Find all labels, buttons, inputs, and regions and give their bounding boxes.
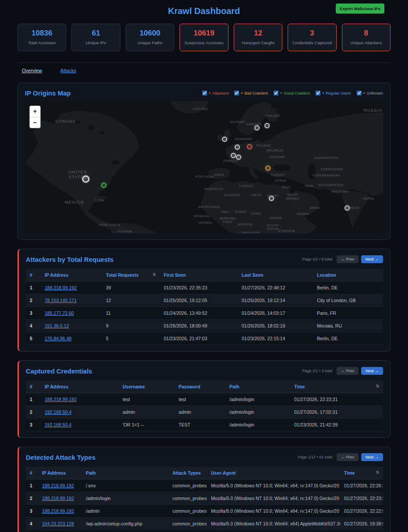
map-legend: •Attackers•Bad Crawlers•Good Crawlers•Re… (202, 91, 383, 95)
legend-checkbox[interactable] (316, 91, 320, 95)
next-page-button[interactable]: Next → (361, 255, 383, 263)
bad-marker[interactable] (265, 166, 271, 171)
stat-value: 10836 (20, 29, 64, 38)
table-cell: 01/27/2026, 19:38:59 (340, 518, 383, 530)
table-cell: /admin (82, 505, 169, 518)
column-header[interactable]: Time⇅ (340, 467, 383, 479)
ip-link[interactable]: 188.218.99.192 (42, 508, 74, 514)
ip-link[interactable]: 176.84.96.48 (45, 336, 71, 341)
column-header[interactable]: Location (313, 269, 383, 282)
next-page-button[interactable]: Next → (361, 453, 383, 461)
unknown-marker[interactable] (222, 137, 227, 142)
table-cell: 185.177.72.60 (41, 307, 102, 320)
column-header[interactable]: Attack Types (169, 467, 207, 479)
column-header[interactable]: User-Agent (207, 467, 340, 479)
legend-checkbox[interactable] (202, 91, 207, 95)
prev-page-button[interactable]: ← Prev (337, 255, 359, 263)
unknown-marker[interactable] (345, 205, 350, 211)
legend-checkbox[interactable] (234, 91, 239, 95)
column-header[interactable]: Path (82, 467, 169, 479)
column-header[interactable]: IP Address (41, 381, 119, 393)
world-map[interactable]: + − CANADAUNITEDSTATESMEXICORUSSIAICELAN… (25, 101, 383, 233)
unknown-marker[interactable] (254, 125, 260, 130)
column-header[interactable]: Username (119, 381, 175, 393)
tab-attacks[interactable]: Attacks (60, 68, 76, 73)
table-cell: 1 (26, 282, 41, 294)
good-marker[interactable] (101, 183, 106, 188)
table-cell: 11 (102, 307, 160, 320)
table-cell: 188.218.99.192 (41, 393, 119, 406)
table-cell: 5 (26, 530, 38, 532)
unknown-marker[interactable] (269, 196, 274, 201)
next-page-button[interactable]: Next → (361, 367, 383, 375)
ip-link[interactable]: 78.153.140.171 (45, 298, 77, 303)
table-cell: 3 (26, 307, 41, 320)
prev-page-button[interactable]: ← Prev (337, 367, 359, 375)
page-title: Krawl Dashboard (168, 6, 240, 16)
ip-link[interactable]: 188.218.99.192 (45, 285, 77, 290)
export-malicious-ips-button[interactable]: Export Malicious IPs (336, 4, 384, 14)
column-header[interactable]: IP Address (38, 467, 82, 479)
stat-card: 10619Suspicious Accesses (179, 24, 228, 51)
table-row: 3188.218.99.192/admincommon_probesMozill… (26, 505, 383, 518)
legend-dot-icon: • (280, 91, 282, 95)
map-zoom-control: + − (29, 106, 41, 128)
sort-icon[interactable]: ⇅ (152, 272, 156, 277)
stat-value: 8 (344, 29, 388, 38)
zoom-in-button[interactable]: + (30, 106, 40, 117)
table-cell: 01/27/2026, 22:48:12 (238, 282, 313, 294)
table-cell: /admin/login (82, 492, 169, 505)
table-cell: Paris, FR (313, 307, 383, 320)
ip-link[interactable]: 192.168.50.4 (45, 422, 71, 427)
ip-link[interactable]: 188.218.99.192 (42, 496, 74, 501)
unknown-marker[interactable] (264, 123, 270, 128)
sort-icon[interactable]: ⇅ (376, 470, 379, 475)
ip-link[interactable]: 188.218.99.192 (45, 397, 77, 402)
stat-value: 12 (236, 29, 280, 38)
ip-link[interactable]: 185.177.72.60 (45, 310, 74, 316)
column-header[interactable]: Time⇅ (290, 381, 383, 393)
table-cell: common_probes (169, 530, 207, 532)
legend-checkbox[interactable] (274, 91, 278, 95)
table-cell: 01/23/2026, 21:47:03 (160, 332, 238, 345)
column-header[interactable]: IP Address (41, 269, 102, 282)
table-cell: /admin/login (225, 419, 290, 431)
ip-link[interactable]: 192.168.50.4 (45, 409, 71, 415)
column-header[interactable]: # (26, 467, 38, 479)
unknown-marker[interactable] (82, 176, 90, 183)
dashboard-page: Krawl Dashboard Export Malicious IPs 108… (0, 0, 408, 532)
legend-checkbox[interactable] (357, 91, 362, 95)
unknown-marker[interactable] (235, 144, 240, 150)
table-cell: 2 (26, 492, 38, 505)
legend-label: Regular Users (326, 91, 351, 95)
attack-types-table-section: Detected Attack Types Page 1/17 • 81 tot… (18, 447, 390, 532)
sort-icon[interactable]: ⇅ (376, 384, 379, 388)
legend-item: •Regular Users (316, 91, 351, 95)
zoom-out-button[interactable]: − (30, 117, 40, 128)
column-header[interactable]: Total Requests⇅ (102, 269, 160, 282)
pagination: Page 1/17 • 81 total ← Prev Next → (298, 453, 383, 461)
attacker-marker[interactable] (247, 144, 252, 149)
table-cell: 1 (26, 393, 41, 406)
table-cell: /wordpress/wp-admin/setup-config.php (82, 530, 169, 532)
table-cell: 01/27/2026, 22:26:11 (340, 479, 383, 492)
table-cell: 5 (26, 332, 41, 345)
tab-overview[interactable]: Overview (22, 68, 42, 73)
ip-link[interactable]: 188.218.99.192 (42, 483, 74, 488)
column-header[interactable]: # (26, 269, 41, 282)
column-header[interactable]: # (26, 381, 41, 393)
ip-link[interactable]: 104.23.223.128 (42, 521, 74, 526)
unknown-marker[interactable] (231, 153, 236, 158)
stat-value: 10619 (182, 29, 226, 38)
column-header[interactable]: Last Seen (238, 269, 313, 282)
column-header[interactable]: First Seen (160, 269, 238, 282)
table-cell: Mozilla/5.0 (Windows NT 10.0; Win64; x64… (207, 492, 340, 505)
table-cell: /.env (82, 479, 169, 492)
column-header[interactable]: Path (225, 381, 290, 393)
ip-link[interactable]: 151.36.0.12 (45, 323, 69, 328)
prev-page-button[interactable]: ← Prev (337, 453, 359, 461)
attackers-table: #IP AddressTotal Requests⇅First SeenLast… (26, 269, 383, 345)
column-header[interactable]: Password (175, 381, 225, 393)
attackers-section-title: Attackers by Total Requests (26, 256, 114, 263)
unknown-marker[interactable] (236, 155, 241, 160)
